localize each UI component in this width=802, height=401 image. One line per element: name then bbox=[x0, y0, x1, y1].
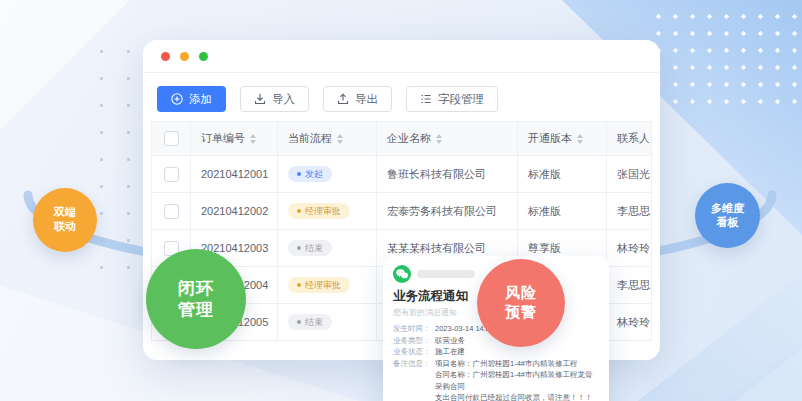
field-management-button-label: 字段管理 bbox=[438, 92, 484, 107]
contact-cell: 张国光 bbox=[607, 156, 652, 193]
import-button[interactable]: 导入 bbox=[240, 86, 309, 112]
column-header-label: 开通版本 bbox=[528, 131, 572, 146]
field-management-button[interactable]: 字段管理 bbox=[406, 86, 498, 112]
badge-text: 联动 bbox=[54, 220, 76, 234]
contact-cell: 李思思 bbox=[607, 267, 652, 304]
contact-cell: 林玲玲 bbox=[607, 304, 652, 341]
contact-cell: 李思思 bbox=[607, 193, 652, 230]
badge-text: 多维度 bbox=[711, 202, 744, 216]
status-cell: 结束 bbox=[278, 304, 377, 341]
toolbar: 添加 导入 导出 字段管理 bbox=[143, 73, 660, 121]
status-dot-icon bbox=[297, 209, 301, 213]
status-dot-icon bbox=[297, 246, 301, 250]
status-dot-icon bbox=[297, 283, 301, 287]
add-button-label: 添加 bbox=[189, 92, 212, 107]
column-header-label: 当前流程 bbox=[288, 131, 332, 146]
sort-icon[interactable] bbox=[577, 134, 583, 144]
status-cell: 结束 bbox=[278, 230, 377, 267]
field-value: 合同名称：广州碧桂园1-4#市内精装修工程龙骨采购合同 bbox=[435, 369, 599, 392]
column-header: 当前流程 bbox=[278, 122, 377, 156]
table-row[interactable]: 20210412002 经理审批 宏泰劳务科技有限公司 标准版 李思思 bbox=[152, 193, 652, 230]
status-badge: 结束 bbox=[288, 240, 332, 256]
sender-name-placeholder bbox=[417, 270, 475, 278]
status-dot-icon bbox=[297, 172, 301, 176]
field-value: 施工在建 bbox=[435, 346, 465, 358]
export-icon bbox=[337, 93, 349, 105]
column-header-label: 企业名称 bbox=[387, 131, 431, 146]
select-all-checkbox[interactable] bbox=[164, 131, 179, 146]
column-header: 联系人 bbox=[607, 122, 652, 156]
export-button-label: 导出 bbox=[355, 92, 378, 107]
row-checkbox[interactable] bbox=[164, 167, 179, 182]
table-header-row: 订单编号 当前流程 企业名称 开通版本 联系人 bbox=[152, 122, 652, 156]
column-header: 订单编号 bbox=[191, 122, 278, 156]
field-label bbox=[393, 392, 435, 401]
window-titlebar bbox=[143, 40, 660, 73]
status-dot-icon bbox=[297, 320, 301, 324]
field-value: 项目名称：广州碧桂园1-4#市内精装修工程 bbox=[435, 358, 578, 370]
list-settings-icon bbox=[420, 93, 432, 105]
field-value: 联营业务 bbox=[435, 335, 465, 347]
status-badge: 经理审批 bbox=[288, 203, 350, 219]
company-cell: 宏泰劳务科技有限公司 bbox=[377, 193, 518, 230]
status-badge: 经理审批 bbox=[288, 277, 350, 293]
notification-field-row: 业务状态： 施工在建 bbox=[393, 346, 599, 358]
company-cell: 鲁班长科技有限公司 bbox=[377, 156, 518, 193]
import-icon bbox=[254, 93, 266, 105]
contact-cell: 林玲玲 bbox=[607, 230, 652, 267]
sort-icon[interactable] bbox=[250, 134, 256, 144]
column-header: 开通版本 bbox=[518, 122, 607, 156]
status-cell: 经理审批 bbox=[278, 193, 377, 230]
column-header: 企业名称 bbox=[377, 122, 518, 156]
status-badge: 结束 bbox=[288, 314, 332, 330]
badge-text: 风险 bbox=[505, 284, 537, 303]
order-number-cell: 20210412001 bbox=[191, 156, 278, 193]
row-checkbox[interactable] bbox=[164, 204, 179, 219]
import-button-label: 导入 bbox=[272, 92, 295, 107]
field-label: 业务类型： bbox=[393, 335, 435, 347]
field-label: 备注信息： bbox=[393, 358, 435, 370]
badge-closed-loop-management: 闭环 管理 bbox=[146, 249, 246, 349]
status-cell: 发起 bbox=[278, 156, 377, 193]
notification-field-row: 备注信息： 项目名称：广州碧桂园1-4#市内精装修工程 bbox=[393, 358, 599, 370]
badge-dual-end-linkage: 双端 联动 bbox=[33, 188, 97, 252]
header-checkbox-cell bbox=[152, 122, 191, 156]
column-header-label: 订单编号 bbox=[201, 131, 245, 146]
field-value: 支出合同付款已经超过合同收票，请注意！！！ bbox=[435, 392, 593, 401]
order-number-cell: 20210412002 bbox=[191, 193, 278, 230]
notification-field-row: 支出合同付款已经超过合同收票，请注意！！！ bbox=[393, 392, 599, 401]
badge-text: 管理 bbox=[178, 299, 214, 320]
badge-risk-alert: 风险 预警 bbox=[477, 259, 565, 347]
column-header-label: 联系人 bbox=[617, 131, 650, 146]
table-row[interactable]: 20210412001 发起 鲁班长科技有限公司 标准版 张国光 bbox=[152, 156, 652, 193]
field-label: 发生时间： bbox=[393, 323, 435, 335]
notification-field-row: 合同名称：广州碧桂园1-4#市内精装修工程龙骨采购合同 bbox=[393, 369, 599, 392]
badge-text: 双端 bbox=[54, 206, 76, 220]
badge-text: 预警 bbox=[505, 303, 537, 322]
status-cell: 经理审批 bbox=[278, 267, 377, 304]
window-close-dot[interactable] bbox=[161, 52, 170, 61]
add-button[interactable]: 添加 bbox=[157, 86, 226, 112]
badge-text: 看板 bbox=[717, 216, 739, 230]
window-minimize-dot[interactable] bbox=[180, 52, 189, 61]
plus-circle-icon bbox=[171, 93, 183, 105]
badge-text: 闭环 bbox=[178, 278, 214, 299]
badge-multi-dimension-board: 多维度 看板 bbox=[695, 183, 760, 248]
version-cell: 标准版 bbox=[518, 193, 607, 230]
export-button[interactable]: 导出 bbox=[323, 86, 392, 112]
version-cell: 标准版 bbox=[518, 156, 607, 193]
checkbox-cell bbox=[152, 156, 191, 193]
field-label bbox=[393, 369, 435, 392]
marketing-illustration: 添加 导入 导出 字段管理 bbox=[0, 0, 802, 401]
sort-icon[interactable] bbox=[337, 134, 343, 144]
field-label: 业务状态： bbox=[393, 346, 435, 358]
wechat-icon bbox=[393, 265, 411, 283]
checkbox-cell bbox=[152, 193, 191, 230]
sort-icon[interactable] bbox=[436, 134, 442, 144]
window-maximize-dot[interactable] bbox=[199, 52, 208, 61]
status-badge: 发起 bbox=[288, 166, 332, 182]
